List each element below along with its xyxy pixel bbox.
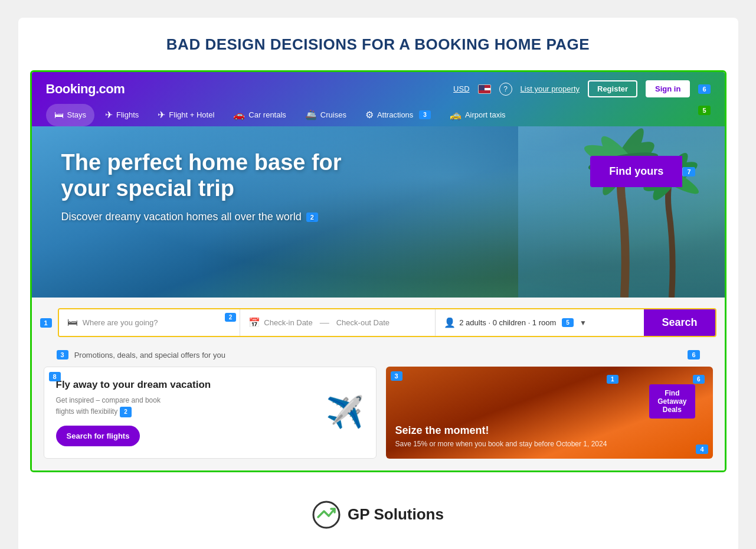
register-button[interactable]: Register [588, 80, 637, 97]
tab-stays[interactable]: 🛏 Stays [46, 104, 95, 126]
hero-section: The perfect home base for your special t… [32, 126, 725, 298]
promo-badge-6: 6 [688, 350, 699, 360]
tab-cruises-label: Cruises [320, 110, 346, 119]
car-icon: 🚗 [233, 109, 245, 120]
find-yours-button[interactable]: Find yours [590, 156, 682, 187]
currency-selector[interactable]: USD [453, 84, 469, 93]
destination-placeholder: Where are you going? [83, 318, 158, 327]
flights-icon: ✈ [105, 109, 113, 120]
nav-badge-6: 6 [698, 84, 710, 94]
tab-flights-label: Flights [116, 110, 139, 119]
cruise-icon: 🚢 [305, 109, 317, 120]
find-deals-container: Find Getaway Deals 6 [690, 375, 705, 384]
flight-card-content: Fly away to your dream vacation Get insp… [56, 379, 320, 446]
search-badge-1: 1 [40, 318, 52, 328]
deals-btn-badge-6: 6 [693, 375, 705, 384]
company-name: GP Solutions [348, 505, 444, 524]
tab-attractions[interactable]: ⚙ Attractions 3 [357, 103, 439, 126]
search-bar: 🛏 Where are you going? 2 📅 Check-in Date… [58, 308, 716, 337]
tab-airport-taxis[interactable]: 🚕 Airport taxis [441, 103, 514, 126]
flight-card: 8 Fly away to your dream vacation Get in… [44, 367, 377, 459]
promo-cards: 8 Fly away to your dream vacation Get in… [44, 367, 713, 459]
promo-title: Promotions, deals, and special offers fo… [74, 351, 688, 360]
deals-card: 1 3 4 Seize the moment! Save 15% or more… [386, 367, 713, 459]
tab-flight-hotel[interactable]: ✈ Flight + Hotel [149, 103, 222, 126]
flight-desc-badge: 2 [120, 407, 132, 417]
nav-badge-5: 5 [698, 106, 710, 115]
brand-logo: Booking.com [46, 81, 125, 97]
tab-flights[interactable]: ✈ Flights [97, 103, 147, 126]
flight-card-desc: Get inspired – compare and book flights … [56, 396, 162, 417]
promotions-section: 3 Promotions, deals, and special offers … [32, 343, 725, 470]
deals-card-title: Seize the moment! [395, 424, 489, 437]
tab-car-rentals[interactable]: 🚗 Car rentals [225, 103, 294, 126]
hero-cta: Find yours 7 [590, 156, 695, 187]
promo-badge-3: 3 [57, 350, 68, 360]
page-title: BAD DESIGN DECISIONS FOR A BOOKING HOME … [30, 35, 726, 54]
list-property-link[interactable]: List your property [521, 84, 580, 93]
taxi-icon: 🚕 [450, 109, 462, 120]
guests-field[interactable]: 👤 2 adults · 0 children · 1 room 5 ▼ [436, 309, 644, 336]
footer: GP Solutions [30, 491, 726, 529]
destination-field[interactable]: 🛏 Where are you going? 2 [59, 309, 241, 336]
flight-card-badge-8: 8 [49, 372, 61, 381]
deals-title-row: Seize the moment! [395, 424, 703, 439]
search-button[interactable]: Search [644, 309, 715, 336]
hero-text: The perfect home base for your special t… [61, 150, 345, 223]
destination-badge: 2 [225, 313, 237, 322]
deals-badge-3: 3 [391, 371, 402, 381]
stays-icon: 🛏 [54, 110, 64, 120]
attractions-icon: ⚙ [365, 109, 374, 120]
chevron-down-icon: ▼ [580, 319, 587, 327]
checkin-text: Check-in Date [264, 318, 312, 327]
hero-cta-badge: 7 [682, 167, 695, 177]
tab-attractions-label: Attractions [377, 110, 413, 119]
tab-cruises[interactable]: 🚢 Cruises [297, 103, 355, 126]
signin-button[interactable]: Sign in [646, 80, 690, 97]
hero-subtitle-badge: 2 [306, 213, 318, 222]
search-flights-button[interactable]: Search for flights [56, 426, 140, 446]
nav-top-right: USD ? List your property Register Sign i… [453, 80, 710, 97]
dates-field[interactable]: 📅 Check-in Date — Check-out Date [240, 309, 436, 336]
person-icon: 👤 [444, 317, 456, 328]
navbar: Booking.com USD ? List your property Reg… [32, 72, 725, 126]
nav-tabs-container: 🛏 Stays ✈ Flights ✈ Flight + Hotel 🚗 Car… [46, 103, 711, 126]
palm-tree-decoration [518, 126, 725, 298]
hero-title: The perfect home base for your special t… [61, 150, 345, 201]
deals-badge-1: 1 [607, 375, 618, 384]
tab-car-label: Car rentals [248, 110, 286, 119]
tab-taxi-label: Airport taxis [465, 110, 506, 119]
bed-icon: 🛏 [67, 316, 78, 329]
guests-badge: 5 [562, 318, 574, 327]
deals-card-desc: Save 15% or more when you book and stay … [395, 439, 703, 449]
date-separator: — [320, 318, 329, 328]
tab-stays-label: Stays [67, 110, 87, 119]
search-bar-section: 1 🛏 Where are you going? 2 📅 Check-in Da… [32, 298, 725, 343]
booking-mockup: Booking.com USD ? List your property Reg… [30, 70, 726, 472]
guests-value: 2 adults · 0 children · 1 room [459, 318, 556, 327]
plane-illustration: ✈️ [326, 394, 364, 430]
calendar-icon: 📅 [248, 317, 260, 328]
deals-badge-4: 4 [696, 445, 708, 454]
flag-icon[interactable] [478, 84, 491, 94]
gp-logo-icon [312, 501, 341, 529]
find-deals-button[interactable]: Find Getaway Deals [649, 384, 695, 419]
attractions-badge-3: 3 [419, 110, 431, 119]
tab-flight-hotel-label: Flight + Hotel [169, 110, 214, 119]
promo-header-row: 3 Promotions, deals, and special offers … [44, 345, 713, 360]
nav-top: Booking.com USD ? List your property Reg… [46, 72, 711, 103]
checkout-text: Check-out Date [336, 318, 390, 327]
nav-tabs: 🛏 Stays ✈ Flights ✈ Flight + Hotel 🚗 Car… [46, 103, 711, 126]
help-icon[interactable]: ? [499, 83, 512, 96]
flight-card-title: Fly away to your dream vacation [56, 379, 320, 391]
hero-subtitle: Discover dreamy vacation homes all over … [61, 211, 345, 223]
flight-hotel-icon: ✈ [158, 109, 165, 120]
